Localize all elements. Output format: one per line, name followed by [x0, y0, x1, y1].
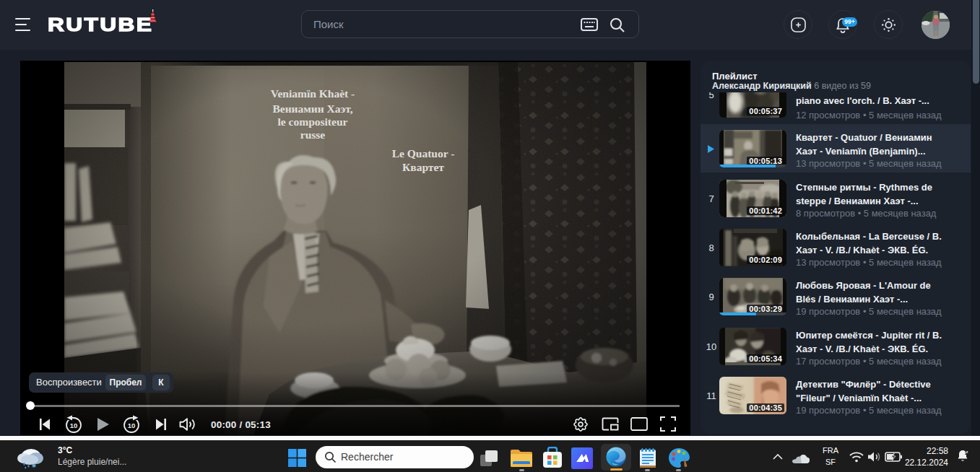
svg-text:z: z [966, 450, 968, 454]
svg-text:10: 10 [70, 421, 78, 429]
svg-text:10: 10 [128, 421, 136, 429]
